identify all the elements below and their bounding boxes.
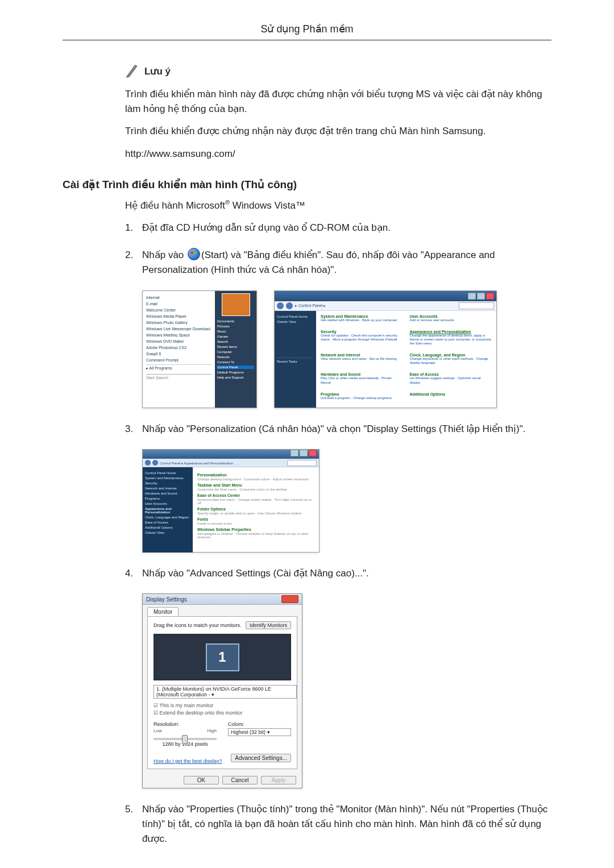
maximize-button[interactable] [477,293,485,300]
sidebar-item-appearance[interactable]: Appearance and Personalization [145,507,190,514]
item-sidebar-properties[interactable]: Windows Sidebar Properties [197,528,314,531]
category-appearance-personalization[interactable]: Appearance and PersonalizationChange the… [410,330,492,350]
os-suffix: Windows Vista™ [230,200,305,211]
category-clock-language[interactable]: Clock, Language, and RegionChange keyboa… [410,353,492,369]
start-menu-right-item[interactable]: Help and Support [217,376,254,379]
close-button[interactable] [486,293,494,300]
sidebar-item[interactable]: Ease of Access [145,521,190,524]
category-user-accounts[interactable]: User AccountsAdd or remove user accounts [410,314,492,326]
sidebar-item[interactable]: Network and Internet [145,487,190,490]
category-security[interactable]: SecurityCheck for updates · Check this c… [321,330,403,350]
start-menu-right-item[interactable]: Pictures [217,325,254,328]
breadcrumb[interactable]: Control Panel ▸ Appearance and Personali… [160,461,233,465]
start-menu-right-item[interactable]: Search [217,340,254,343]
sidebar-item[interactable]: Hardware and Sound [145,492,190,495]
sidebar-item[interactable]: Control Panel Home [277,315,314,318]
start-menu-right-item[interactable]: Music [217,330,254,333]
user-avatar-icon [222,293,250,316]
item-sub[interactable]: Install or remove a font [197,522,314,525]
category-ease-of-access[interactable]: Ease of AccessLet Windows suggest settin… [410,372,492,388]
item-taskbar[interactable]: Taskbar and Start Menu [197,483,314,487]
monitor-preview-area[interactable]: 1 [154,634,291,680]
item-sub[interactable]: Specify single- or double-click to open … [197,512,314,515]
category-programs[interactable]: ProgramsUninstall a program · Change sta… [321,392,403,404]
category-network[interactable]: Network and InternetView network status … [321,353,403,369]
item-sub[interactable]: Accommodate low vision · Change screen r… [197,498,314,505]
help-link[interactable]: How do I get the best display? [154,758,222,764]
minimize-button[interactable] [291,450,298,456]
cancel-button[interactable]: Cancel [222,776,258,784]
sidebar-item[interactable]: User Accounts [145,502,190,505]
item-personalization[interactable]: Personalization [197,473,314,477]
note-paragraph-2: Trình điều khiển được chứng nhận này đượ… [125,124,551,139]
all-programs[interactable]: ▸ All Programs [146,364,211,371]
start-menu-right-item[interactable]: Games [217,335,254,338]
control-panel-sidebar: Control Panel Home Classic View Recent T… [275,311,316,408]
close-button[interactable] [281,595,298,603]
identify-monitors-button[interactable]: Identify Monitors [246,621,291,629]
colors-select[interactable]: Highest (32 bit) ▾ [228,728,291,736]
resolution-slider[interactable] [154,738,217,740]
maximize-button[interactable] [300,450,308,456]
nav-back-icon[interactable] [145,460,151,466]
start-menu-item[interactable]: Welcome Center [146,308,211,312]
item-fonts[interactable]: Fonts [197,517,314,521]
personalization-main: Personalization Change desktop backgroun… [193,467,319,553]
start-menu-item[interactable]: Windows Media Player [146,314,211,318]
sidebar-item[interactable]: Additional Options [145,526,190,529]
extend-desktop-checkbox[interactable]: ☑ Extend the desktop onto this monitor [154,709,291,717]
start-menu-right-item[interactable]: Documents [217,319,254,323]
sidebar-item[interactable]: Programs [145,497,190,500]
sidebar-item[interactable]: Security [145,481,190,485]
start-menu-item[interactable]: Command Prompt [146,358,211,362]
sidebar-item[interactable]: System and Maintenance [145,476,190,480]
start-menu-right-item[interactable]: Computer [217,350,254,354]
item-folder-options[interactable]: Folder Options [197,507,314,511]
start-menu-right-item[interactable]: Network [217,355,254,359]
close-button[interactable] [309,450,317,456]
start-menu-item[interactable]: Windows Live Messenger Download [146,327,211,331]
step-5: 5. Nhấp vào "Properties (Thuộc tính)" tr… [125,802,551,847]
start-menu-item[interactable]: Internet [146,296,211,300]
display-device-select[interactable]: 1. (Multiple Monitors) on NVIDIA GeForce… [154,685,297,699]
start-menu-right-item[interactable]: Default Programs [217,371,254,374]
monitor-preview-icon[interactable]: 1 [206,643,239,671]
search-input[interactable] [459,302,494,309]
start-menu-item[interactable]: SnagIt 8 [146,352,211,356]
start-menu-item[interactable]: E-mail [146,302,211,306]
slider-thumb[interactable] [182,735,188,744]
start-menu-item[interactable]: Adobe Photoshop CS2 [146,346,211,350]
sidebar-item[interactable]: Clock, Language and Region [145,516,190,519]
apply-button[interactable]: Apply [261,776,296,784]
nav-forward-icon[interactable] [286,302,293,309]
minimize-button[interactable] [468,293,476,300]
start-search-input[interactable]: Start Search [146,374,211,380]
tab-monitor[interactable]: Monitor [147,607,179,616]
start-menu-item[interactable]: Windows Photo Gallery [146,321,211,325]
header-rule [63,40,551,40]
category-hardware-sound[interactable]: Hardware and SoundPlay CDs or other medi… [321,372,403,388]
main-monitor-checkbox[interactable]: ☑ This is my main monitor [154,702,291,709]
category-additional-options[interactable]: Additional Options [410,392,492,404]
personalization-sidebar: Control Panel Home System and Maintenanc… [143,467,193,553]
item-sub[interactable]: Change desktop background · Customize co… [197,477,314,481]
item-ease-of-access[interactable]: Ease of Access Center [197,493,314,497]
start-menu-right-item[interactable]: Recent Items [217,345,254,348]
sidebar-item[interactable]: Control Panel Home [145,471,190,475]
item-sub[interactable]: Add gadgets to Sidebar · Choose whether … [197,532,314,539]
category-system[interactable]: System and MaintenanceGet started with W… [321,314,403,326]
nav-back-icon[interactable] [277,302,284,309]
search-input[interactable] [287,460,317,466]
dialog-pane: Drag the icons to match your monitors. I… [147,616,297,769]
nav-forward-icon[interactable] [152,460,158,466]
sidebar-item[interactable]: Classic View [277,320,314,323]
ok-button[interactable]: OK [184,776,219,784]
start-menu-item[interactable]: Windows DVD Maker [146,339,211,343]
sidebar-item[interactable]: Classic View [145,531,190,534]
start-menu-right-item[interactable]: Connect To [217,360,254,364]
start-menu-control-panel[interactable]: Control Panel [217,366,254,369]
start-menu-item[interactable]: Windows Meeting Space [146,333,211,337]
breadcrumb[interactable]: ▸ Control Panel ▸ [295,304,326,308]
advanced-settings-button[interactable]: Advanced Settings... [231,754,291,762]
item-sub[interactable]: Customize the Start menu · Customize ico… [197,488,314,491]
